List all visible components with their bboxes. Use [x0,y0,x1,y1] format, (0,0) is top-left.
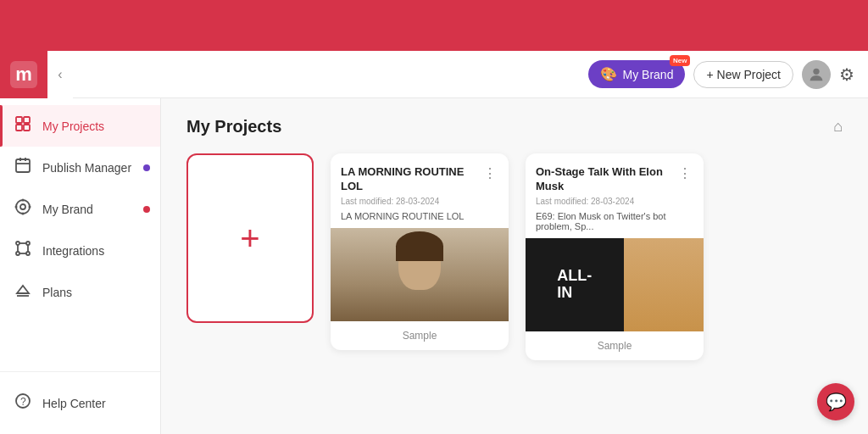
project-card-0[interactable]: LA MORNING ROUTINE LOL Last modified: 28… [331,153,509,350]
avatar[interactable] [802,60,831,89]
sidebar-item-my-projects[interactable]: My Projects [0,105,160,147]
new-badge: New [670,55,690,66]
project-card-header-1: On-Stage Talk With Elon Musk Last modifi… [526,153,704,211]
project-footer-0: Sample [331,321,509,350]
plans-icon [14,281,32,303]
project-date-0: Last modified: 28-03-2024 [341,197,481,206]
project-title-1: On-Stage Talk With Elon Musk [536,165,676,194]
chat-bubble-button[interactable]: 💬 [817,383,854,420]
sidebar-label-my-projects: My Projects [42,120,104,133]
sidebar-item-my-brand[interactable]: My Brand [0,188,160,230]
svg-point-15 [16,242,19,245]
sidebar-label-help-center: Help Center [42,397,106,410]
sidebar-label-integrations: Integrations [42,244,104,258]
logo-box: m [0,51,47,98]
header: 🎨 My Brand New + New Project ⚙ [0,51,868,98]
publish-manager-icon [14,157,32,178]
project-subtitle-0: LA MORNING ROUTINE LOL [331,211,509,228]
project-card-1[interactable]: On-Stage Talk With Elon Musk Last modifi… [526,153,704,360]
palette-icon: 🎨 [600,66,617,82]
project-card-header-0: LA MORNING ROUTINE LOL Last modified: 28… [331,153,509,211]
home-button[interactable]: ⌂ [833,118,843,136]
allin-left: ALL-IN [526,238,624,331]
integrations-icon [14,240,32,261]
sidebar-label-my-brand: My Brand [42,203,93,216]
svg-point-14 [29,206,31,209]
sidebar-bottom: ? Help Center [0,371,160,434]
sidebar-item-integrations[interactable]: Integrations [0,230,160,271]
project-footer-1: Sample [526,331,704,360]
sidebar-item-publish-manager[interactable]: Publish Manager [0,147,160,188]
elon-face [624,238,704,331]
svg-point-12 [22,213,25,215]
my-brand-label: My Brand [623,68,674,81]
project-subtitle-1: E69: Elon Musk on Twitter's bot problem,… [526,211,704,238]
svg-text:?: ? [20,396,26,408]
my-projects-icon [14,115,32,136]
collapse-sidebar-button[interactable]: ‹ [47,51,73,98]
project-date-1: Last modified: 28-03-2024 [536,197,676,206]
top-banner [0,0,868,51]
svg-point-13 [15,206,18,209]
svg-rect-4 [24,125,30,131]
my-brand-icon [14,198,32,220]
main-content: My Projects ⌂ + LA MORNING ROUTINE LOL L… [161,98,868,434]
svg-rect-2 [24,117,30,123]
project-title-0: LA MORNING ROUTINE LOL [341,165,481,194]
main-header: My Projects ⌂ [161,98,868,145]
add-project-icon: + [240,221,259,255]
sidebar-nav: My Projects Publish Manager [0,98,160,371]
my-brand-button[interactable]: 🎨 My Brand New [588,60,686,88]
projects-grid: + LA MORNING ROUTINE LOL Last modified: … [161,145,868,377]
svg-rect-3 [16,125,22,131]
allin-text: ALL-IN [557,268,592,302]
svg-point-16 [26,242,30,245]
active-bar [0,105,3,147]
project-info-1: On-Stage Talk With Elon Musk Last modifi… [536,165,676,206]
new-project-button[interactable]: + New Project [693,61,793,88]
new-project-label: + New Project [706,68,781,81]
help-icon: ? [14,392,32,414]
project-info-0: LA MORNING ROUTINE LOL Last modified: 28… [341,165,481,206]
svg-point-0 [813,68,819,74]
sidebar-label-plans: Plans [42,286,72,299]
svg-point-10 [20,204,25,209]
svg-rect-1 [16,117,22,123]
sidebar-item-plans[interactable]: Plans [0,271,160,313]
new-project-card[interactable]: + [186,153,314,323]
sidebar-item-help-center[interactable]: ? Help Center [0,382,160,424]
allin-right [624,238,704,331]
svg-point-17 [16,252,19,255]
sidebar-label-publish-manager: Publish Manager [42,161,131,175]
project-thumbnail-1: ALL-IN [526,238,704,331]
project-thumbnail-0 [331,228,509,321]
svg-rect-5 [16,159,30,172]
svg-point-18 [26,252,30,255]
sidebar: My Projects Publish Manager [0,98,161,434]
project-menu-button-1[interactable]: ⋮ [676,165,693,181]
publish-manager-dot [143,164,150,171]
my-brand-dot [143,206,150,213]
thumbnail-allin: ALL-IN [526,238,704,331]
chat-icon: 💬 [826,392,847,412]
logo-letter: m [10,61,37,88]
project-menu-button-0[interactable]: ⋮ [481,165,498,181]
page-title: My Projects [186,117,281,136]
svg-point-11 [22,199,25,202]
thumbnail-woman [331,228,509,321]
svg-point-9 [16,200,30,214]
settings-button[interactable]: ⚙ [839,64,854,85]
